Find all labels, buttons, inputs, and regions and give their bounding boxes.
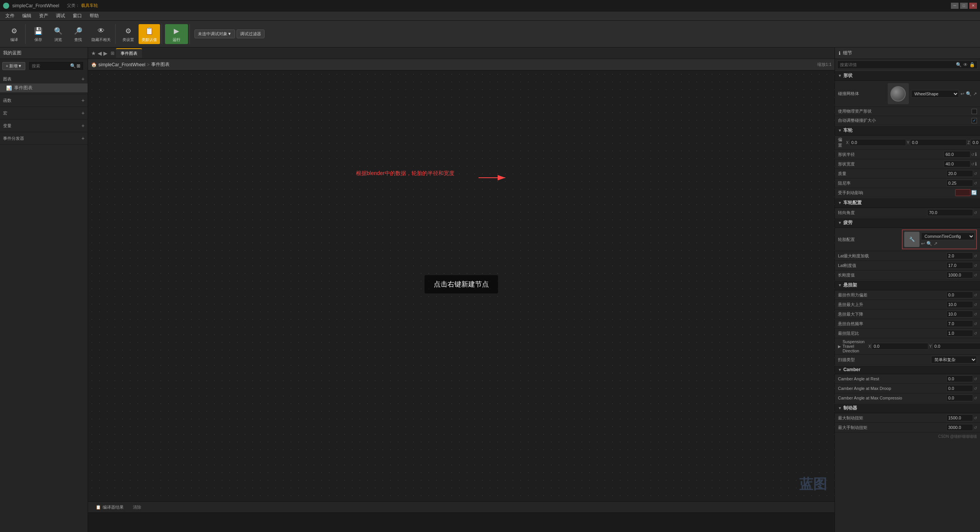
defaults-button[interactable]: 📋 类默认值	[139, 24, 160, 44]
browse-button[interactable]: 🔍 浏览	[49, 24, 68, 44]
find-button[interactable]: 🔎 查找	[69, 24, 88, 44]
maximize-button[interactable]: □	[960, 3, 968, 9]
shape-section-header[interactable]: ▼ 形状	[835, 70, 980, 81]
mass-input[interactable]	[946, 170, 973, 177]
debug-target-button[interactable]: 未连中调试对象▼	[194, 29, 235, 38]
event-dispatchers-add-button[interactable]: +	[82, 135, 85, 141]
run-button[interactable]: ▶ 运行	[165, 24, 188, 44]
breadcrumb-home-icon[interactable]: 🏠	[91, 62, 97, 67]
long-stiff-input[interactable]	[946, 272, 973, 278]
physics-shape-checkbox[interactable]	[972, 109, 977, 114]
class-settings-button[interactable]: ⚙ 类设置	[119, 24, 138, 44]
mesh-back-icon[interactable]: ↩	[960, 91, 964, 97]
damping-input[interactable]	[946, 180, 973, 187]
tire-section-header[interactable]: ▼ 疲劳	[835, 218, 980, 228]
panel-eye-icon[interactable]: 👁	[963, 62, 968, 67]
sidebar-item-event-graph[interactable]: 📊 事件图表	[0, 83, 88, 92]
radius-input[interactable]	[944, 151, 970, 158]
susp-damping-input[interactable]	[946, 330, 973, 337]
handbrake-toggle[interactable]: 🔄	[971, 190, 977, 195]
offset-y-input[interactable]	[910, 139, 967, 146]
sweep-type-select[interactable]: 简单和复杂	[931, 356, 977, 363]
max-torque-input[interactable]	[946, 414, 973, 421]
max-rise-reset[interactable]: ↺	[974, 303, 977, 307]
variables-add-button[interactable]: +	[82, 123, 85, 129]
camber-at-rest-reset[interactable]: ↺	[974, 377, 977, 381]
brakes-section-header[interactable]: ▼ 制动器	[835, 403, 980, 413]
tab-back-icon[interactable]: ◀	[98, 50, 102, 56]
menu-file[interactable]: 文件	[2, 12, 18, 20]
functions-section-header[interactable]: 函数 +	[0, 96, 88, 105]
lat-stiff-max-input[interactable]	[946, 252, 973, 259]
travel-dir-collapse-icon[interactable]: ▶	[838, 344, 841, 349]
canvas-area[interactable]: 点击右键新建节点 根据blender中的数据，轮胎的半径和宽度 蓝图	[88, 70, 835, 501]
menu-edit[interactable]: 编辑	[18, 12, 35, 20]
compile-button[interactable]: ⚙ 编译	[5, 24, 24, 44]
parent-value[interactable]: 载具车轮	[81, 3, 98, 8]
offset-x-input[interactable]	[849, 139, 906, 146]
camber-at-max-droop-input[interactable]	[946, 385, 973, 392]
menu-help[interactable]: 帮助	[86, 12, 103, 20]
menu-assets[interactable]: 资产	[35, 12, 52, 20]
hide-button[interactable]: 👁 隐藏不相关	[88, 24, 114, 44]
tire-open-icon[interactable]: ↗	[934, 241, 938, 246]
max-drop-input[interactable]	[946, 311, 973, 318]
minimize-button[interactable]: ─	[951, 3, 959, 9]
menu-debug[interactable]: 调试	[52, 12, 69, 20]
debug-filter-button[interactable]: 调试过滤器	[237, 29, 265, 38]
suspension-section-header[interactable]: ▼ 悬挂架	[835, 280, 980, 290]
mesh-name-select[interactable]: WheelShape	[911, 90, 959, 98]
natural-freq-reset[interactable]: ↺	[974, 322, 977, 326]
mesh-search-icon[interactable]: 🔍	[966, 91, 972, 97]
close-button[interactable]: ✕	[969, 3, 977, 9]
handbrake-input[interactable]	[955, 189, 970, 196]
tab-star-icon[interactable]: ★	[91, 50, 96, 56]
tab-event-graph[interactable]: 事件图表	[116, 48, 142, 58]
breadcrumb-current[interactable]: 事件图表	[151, 61, 170, 68]
camber-section-header[interactable]: ▼ Camber	[835, 365, 980, 374]
steer-input[interactable]	[927, 209, 973, 216]
lat-stiff-max-reset[interactable]: ↺	[974, 254, 977, 258]
output-tab[interactable]: 📋 编译器结果 清除	[91, 503, 146, 512]
graphs-add-button[interactable]: +	[82, 76, 85, 82]
variables-section-header[interactable]: 变量 +	[0, 121, 88, 130]
lat-stiff-reset[interactable]: ↺	[974, 264, 977, 268]
sidebar-search-input[interactable]	[32, 64, 70, 68]
camber-at-max-comp-input[interactable]	[946, 394, 973, 401]
graphs-section-header[interactable]: 图表 +	[0, 74, 88, 83]
offset-z-input[interactable]	[970, 139, 980, 146]
camber-at-max-comp-reset[interactable]: ↺	[974, 396, 977, 400]
auto-scale-checkbox[interactable]	[972, 118, 977, 123]
natural-freq-input[interactable]	[946, 320, 973, 327]
force-offset-input[interactable]	[946, 291, 973, 298]
breadcrumb-root[interactable]: simpleCar_FrontWheel	[98, 62, 145, 67]
travel-y-input[interactable]	[933, 343, 980, 350]
force-offset-reset[interactable]: ↺	[974, 293, 977, 297]
wheel-config-section-header[interactable]: ▼ 车轮配置	[835, 198, 980, 208]
new-button[interactable]: + 新增▼	[2, 62, 25, 70]
radius-reset-icon[interactable]: ↺	[971, 152, 974, 157]
damping-reset-icon[interactable]: ↺	[974, 181, 977, 185]
width-reset-icon[interactable]: ↺	[971, 162, 974, 166]
save-button[interactable]: 💾 保存	[29, 24, 48, 44]
menu-window[interactable]: 窗口	[69, 12, 86, 20]
max-handbrake-reset[interactable]: ↺	[974, 426, 977, 430]
tire-browse-icon[interactable]: 🔍	[926, 241, 932, 246]
camber-at-max-droop-reset[interactable]: ↺	[974, 386, 977, 391]
steer-reset-icon[interactable]: ↺	[974, 211, 977, 215]
susp-damping-reset[interactable]: ↺	[974, 331, 977, 336]
camber-at-rest-input[interactable]	[946, 375, 973, 382]
max-handbrake-input[interactable]	[946, 424, 973, 431]
mesh-open-icon[interactable]: ↗	[973, 91, 977, 97]
tire-back-icon[interactable]: ↩	[921, 241, 925, 246]
functions-add-button[interactable]: +	[82, 97, 85, 103]
clear-button[interactable]: 清除	[133, 504, 141, 510]
long-stiff-reset[interactable]: ↺	[974, 273, 977, 277]
lat-stiff-input[interactable]	[946, 262, 973, 269]
macros-section-header[interactable]: 宏 +	[0, 108, 88, 118]
width-input[interactable]	[944, 160, 970, 167]
mass-reset-icon[interactable]: ↺	[974, 172, 977, 176]
max-drop-reset[interactable]: ↺	[974, 312, 977, 316]
tire-config-select[interactable]: CommonTireConfig	[921, 232, 975, 240]
max-rise-input[interactable]	[946, 301, 973, 308]
